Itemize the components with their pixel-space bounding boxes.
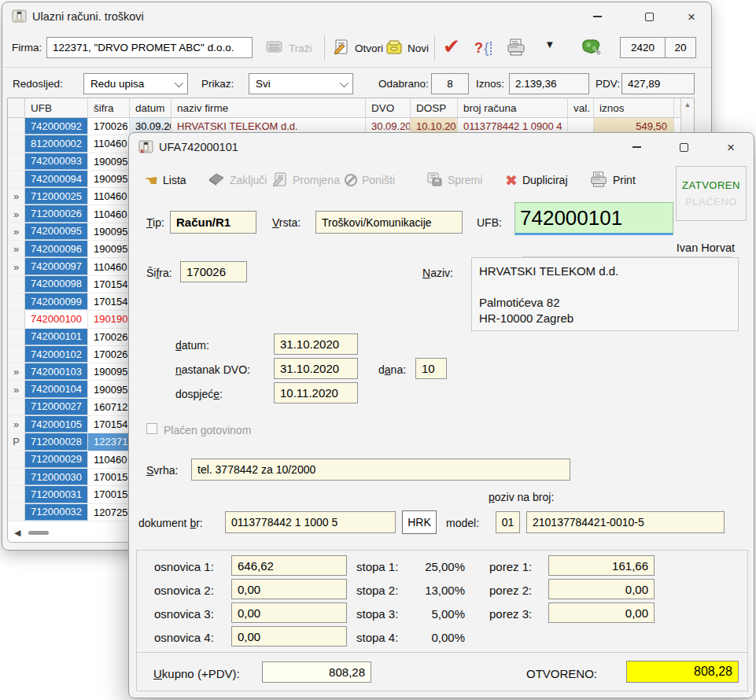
column-header[interactable]: P — [674, 98, 680, 117]
firma-input[interactable]: 122371, "DRVO PROMET ABC" d.o.o. — [46, 37, 253, 58]
sifra-field[interactable]: 170026 — [180, 261, 247, 282]
cell-sifra: 110460 — [88, 451, 130, 468]
print-list-button[interactable] — [506, 35, 526, 61]
porez3-field[interactable]: 0,00 — [548, 602, 655, 623]
ponisti-label: Poništi — [362, 174, 395, 186]
confirm-button[interactable]: ✔ — [443, 34, 460, 59]
main-titlebar[interactable]: Ulazni računi. troškovi × — [2, 2, 711, 31]
new-card-file-icon — [385, 39, 403, 57]
dupliciraj-label: Dupliciraj — [522, 174, 568, 186]
query-button[interactable]: ?{ — [474, 35, 492, 61]
spremi-button: Spremi — [426, 168, 482, 193]
print-options-dropdown[interactable]: ▼ — [547, 32, 553, 57]
column-header[interactable]: iznos — [594, 98, 674, 117]
osnovica2-label: osnovica 2: — [154, 584, 214, 597]
cell-ufb: 712000029 — [25, 451, 88, 468]
scrollbar-thumb[interactable] — [28, 531, 49, 535]
prikaz-value: Svi — [256, 78, 271, 90]
zakljuci-label: Zaključi — [230, 174, 267, 186]
porez1-field[interactable]: 161,66 — [548, 555, 655, 576]
column-header[interactable]: naziv firme — [171, 98, 366, 117]
app-icon — [12, 9, 27, 27]
main-window-title: Ulazni računi. troškovi — [32, 10, 144, 23]
module-button[interactable] — [581, 35, 601, 61]
stopa3-label: stopa 3: — [356, 607, 398, 621]
poziv-na-broj-field[interactable]: 210137784421-0010-5 — [526, 511, 725, 533]
otvoreno-label: OTVORENO: — [526, 667, 597, 680]
promjena-label: Promjena — [293, 174, 340, 186]
dokument-br-field[interactable]: 0113778442 1 1000 5 — [225, 511, 396, 533]
lista-button[interactable]: ☚ Lista — [145, 168, 186, 193]
detail-minimize-button[interactable] — [623, 136, 650, 158]
dospjece-label: dospjeće: — [175, 388, 223, 400]
column-header[interactable]: val. — [568, 98, 594, 117]
model-label: model: — [446, 517, 479, 529]
dospjece-field[interactable]: 10.11.2020 — [274, 382, 358, 403]
osnovica2-field[interactable]: 0,00 — [231, 579, 347, 599]
cell-ufb: 742000099 — [25, 293, 88, 310]
column-header[interactable]: broj računa — [458, 98, 568, 117]
invoice-table-header[interactable]: UFBšifradatumnaziv firmeDVODOSPbroj raču… — [8, 98, 680, 118]
nastanak-field[interactable]: 31.10.2020 — [274, 358, 358, 379]
model-field[interactable]: 01 — [496, 511, 520, 533]
detail-close-button[interactable]: × — [717, 136, 744, 158]
cell-sifra: 170026 — [88, 118, 130, 134]
redosljed-select[interactable]: Redu upisa — [83, 73, 188, 94]
horizontal-scrollbar[interactable]: ◀ — [14, 527, 49, 538]
naziv-field[interactable]: HRVATSKI TELEKOM d.d. Palmotićeva 82 HR-… — [471, 257, 739, 331]
osnovica3-field[interactable]: 0,00 — [231, 602, 347, 623]
column-header[interactable]: UFB — [25, 98, 88, 117]
svrha-field[interactable]: tel. 3778442 za 10/2000 — [191, 459, 570, 481]
detail-titlebar[interactable]: UFA742000101 × — [129, 133, 754, 161]
cell-sifra: 170015 — [88, 486, 130, 503]
main-minimize-button[interactable] — [584, 6, 610, 28]
stopa3-value: 5,00% — [400, 607, 465, 621]
osnovica4-label: osnovica 4: — [154, 631, 214, 644]
redosljed-value: Redu upisa — [90, 78, 144, 90]
dupliciraj-button[interactable]: ✖ Dupliciraj — [505, 168, 568, 193]
cell-sifra: 170026 — [88, 329, 130, 345]
save-disk-icon — [426, 171, 443, 190]
scroll-left-icon[interactable]: ◀ — [14, 528, 20, 538]
column-header[interactable]: datum — [130, 98, 171, 117]
user-name: Ivan Horvat — [677, 241, 735, 254]
edit-document-icon — [272, 171, 288, 190]
status-placeno: PLAĆENO — [685, 196, 737, 208]
cell-sifra: 190095 — [88, 363, 130, 380]
prikaz-select[interactable]: Svi — [249, 73, 353, 94]
dana-field[interactable]: 10 — [415, 358, 447, 379]
tip-field[interactable]: Račun/R1 — [170, 211, 256, 234]
osnovica1-field[interactable]: 646,62 — [231, 555, 347, 576]
porez2-field[interactable]: 0,00 — [548, 579, 655, 599]
valuta-field[interactable]: HRK — [402, 510, 437, 534]
cell-sifra: 190095 — [88, 381, 130, 397]
vrsta-field[interactable]: Troškovi/Komunikacije — [315, 211, 463, 234]
column-header[interactable] — [8, 98, 25, 117]
main-close-button[interactable]: × — [678, 6, 705, 28]
column-header[interactable]: šifra — [88, 98, 130, 117]
osnovica4-field[interactable]: 0,00 — [231, 626, 347, 647]
redosljed-label: Redosljed: — [13, 78, 63, 90]
print-button[interactable]: Print — [589, 168, 636, 193]
cell-marker: » — [8, 258, 25, 274]
column-header[interactable]: DVO — [366, 98, 411, 117]
search-book-icon — [265, 39, 284, 57]
naziv-label: Naziv: — [422, 267, 453, 279]
datum-field[interactable]: 31.10.2020 — [274, 333, 358, 355]
cell-sifra: 190095 — [88, 241, 130, 257]
novi-button[interactable]: Novi — [385, 35, 429, 61]
pdv-value: 427,89 — [621, 73, 695, 94]
main-maximize-button[interactable] — [636, 6, 662, 28]
detail-maximize-button[interactable] — [670, 136, 697, 158]
scroll-up-icon[interactable]: ▲ — [681, 101, 694, 109]
otvori-button[interactable]: Otvori — [333, 35, 383, 61]
ufb-field[interactable]: 742000101 — [514, 202, 673, 235]
cell-ufb: 742000097 — [25, 258, 88, 274]
caret-down-icon: ▼ — [547, 41, 553, 49]
column-header[interactable]: DOSP — [411, 98, 458, 117]
cell-ufb: 742000092 — [25, 118, 88, 134]
ponisti-button: Poništi — [345, 168, 395, 193]
lista-label: Lista — [163, 174, 186, 186]
placen-gotovinom-checkbox[interactable] — [146, 423, 157, 434]
cell-ufb: 712000027 — [25, 399, 88, 415]
